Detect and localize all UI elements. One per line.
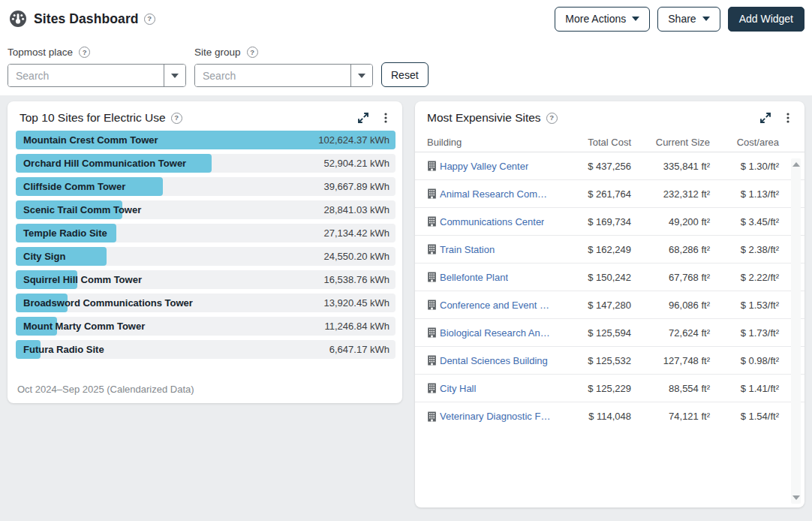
table-row: Bellefonte Plant $ 150,242 67,768 ft² $ … <box>415 264 804 291</box>
building-link[interactable]: Conference and Event Hall <box>440 300 552 311</box>
building-link[interactable]: Dental Sciences Building <box>440 355 548 366</box>
building-link[interactable]: Animal Research Complex <box>440 188 552 200</box>
table-row: Communications Center $ 169,734 49,200 f… <box>415 208 804 236</box>
site-group-search-input[interactable] <box>195 65 350 86</box>
electric-use-widget: Top 10 Sites for Electric Use ? Mountain… <box>8 101 402 403</box>
bar-chart-row[interactable]: Mount Marty Comm Tower 11,246.84 kWh <box>16 317 395 336</box>
bar-site-label: Broadsword Communications Tower <box>23 294 193 312</box>
app-header: Sites Dashboard ? More Actions Share Add… <box>0 0 812 38</box>
building-icon <box>427 411 437 422</box>
chart-period-label: Oct 2024–Sep 2025 (Calendarized Data) <box>17 384 194 395</box>
bar-value-label: 27,134.42 kWh <box>324 224 389 242</box>
expensive-widget-help-icon[interactable]: ? <box>546 113 558 124</box>
chevron-down-icon <box>171 74 179 78</box>
scroll-up-icon[interactable] <box>792 162 800 167</box>
current-size-cell: 49,200 ft² <box>631 216 710 227</box>
current-size-cell: 74,121 ft² <box>631 411 710 422</box>
total-cost-cell: $ 162,249 <box>552 244 631 255</box>
total-cost-cell: $ 437,256 <box>552 161 631 172</box>
expand-icon[interactable] <box>356 112 369 125</box>
topmost-place-filter: Topmost place ? <box>8 47 186 87</box>
column-header-building: Building <box>427 137 552 148</box>
building-link[interactable]: Train Station <box>440 244 495 255</box>
building-icon <box>427 300 437 310</box>
kebab-menu-icon[interactable] <box>781 112 794 125</box>
total-cost-cell: $ 114,048 <box>552 411 631 422</box>
bar-chart-row[interactable]: Orchard Hill Communication Tower 52,904.… <box>16 154 395 173</box>
share-button[interactable]: Share <box>657 7 720 32</box>
site-group-dropdown-button[interactable] <box>350 65 372 86</box>
table-row: Conference and Event Hall $ 147,280 96,0… <box>415 291 804 319</box>
table-scrollbar[interactable] <box>791 158 801 504</box>
building-icon <box>427 244 437 254</box>
cost-per-area-cell: $ 1.13/ft² <box>710 188 779 200</box>
electric-widget-title: Top 10 Sites for Electric Use <box>20 111 166 125</box>
column-header-cost-area: Cost/area <box>710 137 779 148</box>
building-link[interactable]: Biological Research Annex <box>440 327 552 339</box>
expand-icon[interactable] <box>759 112 771 125</box>
cost-per-area-cell: $ 2.38/ft² <box>710 244 779 255</box>
site-group-help-icon[interactable]: ? <box>247 47 258 58</box>
current-size-cell: 127,748 ft² <box>631 355 710 366</box>
building-link[interactable]: Bellefonte Plant <box>440 272 508 283</box>
building-icon <box>427 161 437 171</box>
bar-chart-row[interactable]: Temple Radio Site 27,134.42 kWh <box>16 224 395 242</box>
more-actions-label: More Actions <box>565 13 626 25</box>
building-link[interactable]: Veterinary Diagnostic Facility <box>440 411 552 422</box>
chevron-down-icon <box>702 17 710 21</box>
current-size-cell: 88,554 ft² <box>631 383 710 394</box>
total-cost-cell: $ 125,229 <box>552 383 631 394</box>
bar-site-label: Scenic Trail Comm Tower <box>23 200 141 219</box>
table-row: City Hall $ 125,229 88,554 ft² $ 1.41/ft… <box>415 375 804 402</box>
table-row: Dental Sciences Building $ 125,532 127,7… <box>415 347 804 375</box>
building-link[interactable]: Communications Center <box>440 216 544 227</box>
column-header-total-cost: Total Cost <box>552 137 631 148</box>
bar-chart-row[interactable]: Cliffside Comm Tower 39,667.89 kWh <box>16 177 395 196</box>
bar-site-label: Temple Radio Site <box>23 224 107 242</box>
bar-chart: Mountain Crest Comm Tower 102,624.37 kWh… <box>16 131 395 359</box>
kebab-menu-icon[interactable] <box>379 112 392 125</box>
reset-button[interactable]: Reset <box>381 62 429 87</box>
bar-value-label: 13,920.45 kWh <box>324 294 389 312</box>
bar-chart-row[interactable]: Scenic Trail Comm Tower 28,841.03 kWh <box>16 200 395 219</box>
current-size-cell: 72,624 ft² <box>631 327 710 339</box>
scroll-down-icon[interactable] <box>792 495 800 500</box>
topmost-place-dropdown-button[interactable] <box>164 65 185 86</box>
bar-value-label: 28,841.03 kWh <box>324 200 389 219</box>
chevron-down-icon <box>632 17 639 21</box>
bar-chart-row[interactable]: Squirrel Hill Comm Tower 16,538.76 kWh <box>16 270 395 289</box>
total-cost-cell: $ 147,280 <box>552 300 631 311</box>
total-cost-cell: $ 125,532 <box>552 355 631 366</box>
bar-chart-row[interactable]: Futura Radio Site 6,647.17 kWh <box>16 340 395 359</box>
bar-site-label: Mount Marty Comm Tower <box>23 317 145 336</box>
bar-chart-row[interactable]: Broadsword Communications Tower 13,920.4… <box>16 294 395 312</box>
building-icon <box>427 327 437 338</box>
add-widget-button[interactable]: Add Widget <box>728 7 804 32</box>
more-actions-button[interactable]: More Actions <box>555 7 650 32</box>
building-icon <box>427 383 437 393</box>
bar-site-label: Orchard Hill Communication Tower <box>23 154 186 173</box>
dashboard-gauge-logo-icon <box>9 10 27 28</box>
building-icon <box>427 272 437 282</box>
current-size-cell: 232,312 ft² <box>631 188 710 200</box>
total-cost-cell: $ 150,242 <box>552 272 631 283</box>
site-group-filter: Site group ? <box>194 47 373 87</box>
table-row: Biological Research Annex $ 125,594 72,6… <box>415 319 804 347</box>
cost-per-area-cell: $ 1.41/ft² <box>710 383 779 394</box>
table-row: Happy Valley Center $ 437,256 335,841 ft… <box>415 152 804 180</box>
current-size-cell: 335,841 ft² <box>631 161 710 172</box>
table-header-row: Building Total Cost Current Size Cost/ar… <box>415 132 804 152</box>
bar-site-label: Squirrel Hill Comm Tower <box>23 270 142 289</box>
cost-per-area-cell: $ 3.45/ft² <box>710 216 779 227</box>
electric-widget-help-icon[interactable]: ? <box>171 113 182 124</box>
total-cost-cell: $ 125,594 <box>552 327 631 339</box>
bar-chart-row[interactable]: City Sign 24,550.20 kWh <box>16 247 395 266</box>
building-link[interactable]: Happy Valley Center <box>440 161 528 172</box>
topmost-place-help-icon[interactable]: ? <box>79 47 90 58</box>
page-title-help-icon[interactable]: ? <box>144 14 155 25</box>
building-link[interactable]: City Hall <box>440 383 476 394</box>
topmost-place-search-input[interactable] <box>8 65 164 86</box>
bar-chart-row[interactable]: Mountain Crest Comm Tower 102,624.37 kWh <box>16 131 395 149</box>
table-body: Happy Valley Center $ 437,256 335,841 ft… <box>415 152 804 430</box>
expensive-widget-title: Most Expensivie Sites <box>427 111 541 125</box>
